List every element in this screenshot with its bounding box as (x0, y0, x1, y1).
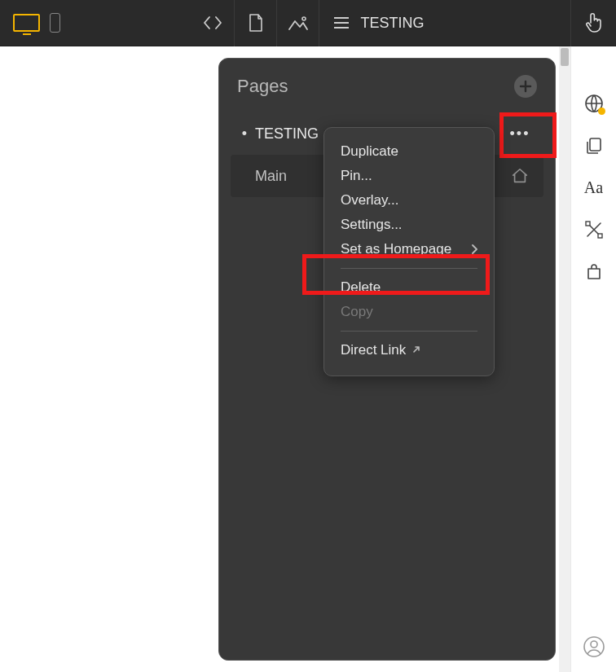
scrollbar-thumb[interactable] (561, 48, 569, 66)
canvas-scrollbar[interactable] (559, 46, 570, 672)
right-rail: Aa (570, 46, 616, 672)
chevron-right-icon (471, 244, 477, 254)
svg-point-6 (591, 641, 597, 648)
plus-icon (519, 80, 532, 93)
page-switcher[interactable]: TESTING (319, 0, 438, 46)
menu-duplicate[interactable]: Duplicate (324, 139, 494, 164)
mobile-view-button[interactable] (50, 13, 60, 33)
image-button[interactable] (276, 0, 319, 46)
active-indicator: • (237, 125, 252, 143)
menu-divider (341, 268, 477, 269)
external-link-icon (411, 345, 420, 355)
homepage-indicator[interactable] (506, 162, 534, 190)
pointer-hand-icon (583, 11, 605, 34)
svg-point-0 (302, 17, 306, 20)
publish-button[interactable] (584, 94, 604, 113)
page-context-menu: Duplicate Pin... Overlay... Settings... … (323, 127, 495, 376)
menu-settings[interactable]: Settings... (324, 213, 494, 237)
menu-set-homepage[interactable]: Set as Homepage (324, 237, 494, 261)
add-page-button[interactable] (514, 75, 537, 98)
code-button[interactable] (191, 0, 234, 46)
svg-rect-2 (590, 138, 601, 151)
menu-overlay[interactable]: Overlay... (324, 188, 494, 213)
desktop-view-button[interactable] (13, 14, 40, 32)
svg-rect-3 (586, 222, 590, 226)
design-tools-button[interactable] (584, 220, 604, 239)
menu-direct-link[interactable]: Direct Link (324, 338, 494, 362)
svg-rect-4 (598, 234, 602, 238)
account-button[interactable] (571, 636, 616, 657)
interaction-mode-button[interactable] (570, 0, 616, 46)
menu-divider (341, 331, 477, 332)
bag-icon (584, 262, 604, 282)
workspace: Pages • TESTING ••• Main D (0, 46, 616, 672)
page-more-button[interactable]: ••• (506, 120, 534, 147)
pages-panel: Pages • TESTING ••• Main D (218, 58, 556, 661)
assets-button[interactable] (584, 262, 604, 282)
menu-copy: Copy (324, 300, 494, 324)
menu-delete[interactable]: Delete (324, 275, 494, 300)
document-button[interactable] (234, 0, 276, 46)
pages-header: Pages (231, 75, 543, 112)
topbar: TESTING (0, 0, 616, 46)
copy-icon (584, 136, 604, 156)
pages-title: Pages (237, 76, 288, 97)
current-page-title: TESTING (360, 15, 424, 32)
home-icon (511, 167, 529, 185)
user-circle-icon (583, 636, 605, 657)
tools-icon (584, 220, 604, 239)
typography-label: Aa (584, 178, 603, 196)
pages-rail-button[interactable] (584, 136, 604, 156)
typography-button[interactable]: Aa (584, 178, 603, 197)
topbar-center: TESTING (60, 0, 570, 46)
canvas[interactable]: Pages • TESTING ••• Main D (0, 46, 570, 672)
device-switcher (0, 13, 60, 33)
hamburger-icon (334, 17, 349, 29)
menu-pin[interactable]: Pin... (324, 164, 494, 188)
status-dot (598, 108, 605, 115)
